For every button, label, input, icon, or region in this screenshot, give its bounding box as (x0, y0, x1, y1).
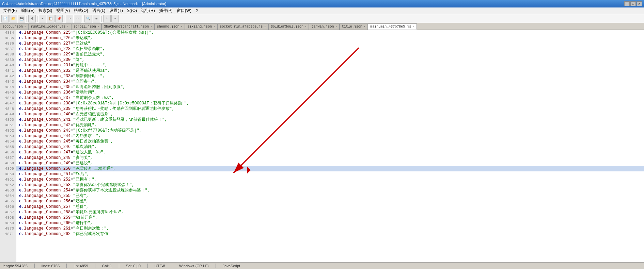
tab-SoldierSoul-json[interactable]: SoldierSoul.json× (268, 23, 309, 30)
undo-button[interactable]: ↩ (66, 15, 73, 22)
toolbar-sep-4 (83, 16, 83, 22)
tab-runtime-loader-js[interactable]: runtime_loader.js× (28, 23, 71, 30)
status-sel: Sel: 0 | 0 (126, 264, 141, 268)
code-line-4848: e.language_Common_239 = "您将获得以下奖励，奖励在回到原… (16, 106, 644, 112)
code-line-4838: e.language_Common_229 = "当前已达最大", (16, 52, 644, 57)
line-number-4859: 4859 (2, 166, 14, 171)
replace-button[interactable]: ⇄ (93, 15, 100, 22)
code-line-4852: e.language_Common_243 = "|C:0xff7700&T:内… (16, 128, 644, 133)
line-number-4863: 4863 (2, 188, 14, 193)
code-line-4836: e.language_Common_227 = "已达成", (16, 41, 644, 46)
tab-close-icon[interactable]: × (67, 25, 68, 29)
tab-shenmo-json[interactable]: shenmo.json× (155, 23, 185, 30)
menu-item-O[interactable]: 宏(O) (125, 7, 139, 14)
paste-button[interactable]: 📌 (55, 15, 63, 22)
code-line-4847: e.language_Common_238 = "|C:0x28ee01&T:%… (16, 101, 644, 106)
tab-tanwan-json[interactable]: tanwan.json× (309, 23, 339, 30)
code-line-4869: e.language_Common_260 = "进行中", (16, 220, 644, 226)
tab-close-icon[interactable]: × (364, 25, 365, 29)
menu-item-V[interactable]: 视图(V) (54, 7, 72, 14)
menu-item-S[interactable]: 搜索(S) (36, 7, 54, 14)
tab-close-icon[interactable]: × (335, 25, 337, 29)
line-number-4842: 4842 (2, 73, 14, 79)
tab-close-icon[interactable]: × (97, 25, 99, 29)
code-line-4860: e.language_Common_251 = "%s后", (16, 171, 644, 177)
minimize-button[interactable]: ─ (624, 1, 630, 6)
close-button[interactable]: ✕ (637, 1, 642, 6)
tab-socket-min-afab9be-js[interactable]: socket.min_afab9be.js× (218, 23, 268, 30)
line-number-4869: 4869 (2, 220, 14, 226)
code-line-4834: e.language_Common_225 = "|C:0x1EC605&T:(… (16, 30, 644, 35)
line-number-4864: 4864 (2, 193, 14, 199)
save-button[interactable]: 💾 (18, 15, 25, 22)
status-bar: length: 594285 lines: 6765 Ln: 4859 Col:… (0, 262, 644, 269)
menu-item-E[interactable]: 编辑(E) (19, 7, 36, 14)
code-line-4839: e.language_Common_230 = "阶", (16, 57, 644, 63)
line-number-4856: 4856 (2, 150, 14, 155)
tab-close-icon[interactable]: × (213, 25, 215, 29)
menu-item-R[interactable]: 运行(R) (139, 7, 157, 14)
tab-close-icon[interactable]: × (24, 25, 26, 29)
status-sep-6 (172, 264, 172, 268)
menu-item-[interactable]: ? (193, 8, 200, 14)
code-content[interactable]: e.language_Common_225 = "|C:0x1EC605&T:(… (16, 30, 644, 262)
tab-bar: sogou.json×runtime_loader.js×scroll.json… (0, 23, 644, 30)
menu-item-T[interactable]: 设置(T) (107, 7, 125, 14)
line-number-4855: 4855 (2, 144, 14, 150)
toolbar: 📄 📂 💾 🖨 ✂ 📋 📌 ↩ ↪ 🔍 ⇄ + - (0, 14, 644, 23)
find-button[interactable]: 🔍 (84, 15, 92, 22)
cut-button[interactable]: ✂ (39, 15, 46, 22)
line-number-4853: 4853 (2, 133, 14, 139)
code-line-4842: e.language_Common_233 = "刷新倒计时：", (16, 73, 644, 79)
code-line-4866: e.language_Common_257 = "总价", (16, 204, 644, 209)
line-number-4858: 4858 (2, 161, 14, 166)
line-number-4839: 4839 (2, 57, 14, 63)
status-sep-5 (147, 264, 148, 268)
line-number-4845: 4845 (2, 90, 14, 95)
new-button[interactable]: 📄 (1, 15, 9, 22)
tab-close-icon[interactable]: × (181, 25, 183, 29)
code-line-4871: e.language_Common_262 = "你已完成再次存值" (16, 231, 644, 237)
tab-sixiang-json[interactable]: sixiang.json× (185, 23, 217, 30)
code-line-4855: e.language_Common_246 = "单次消耗", (16, 144, 644, 150)
tab-scroll-json[interactable]: scroll.json× (71, 23, 101, 30)
line-number-4867: 4867 (2, 209, 14, 215)
line-number-4838: 4838 (2, 52, 14, 57)
line-number-4841: 4841 (2, 68, 14, 73)
tab-close-icon[interactable]: × (264, 25, 266, 29)
tab-ShaChengStarcraft-json[interactable]: ShaChengStarcraft.json× (101, 23, 154, 30)
menu-item-F[interactable]: 文件(F) (1, 7, 19, 14)
redo-button[interactable]: ↪ (74, 15, 81, 22)
restore-button[interactable]: □ (630, 1, 636, 6)
tab-title-json[interactable]: title.json× (340, 23, 368, 30)
code-line-4861: e.language_Common_252 = "已拥有：", (16, 177, 644, 182)
zoom-in-button[interactable]: + (103, 15, 111, 22)
line-number-4866: 4866 (2, 204, 14, 209)
line-number-4848: 4848 (2, 106, 14, 112)
line-number-4854: 4854 (2, 139, 14, 144)
toolbar-sep-2 (37, 16, 37, 22)
status-ln: Ln: 4859 (74, 264, 88, 268)
open-button[interactable]: 📂 (10, 15, 17, 22)
zoom-out-button[interactable]: - (111, 15, 119, 22)
status-lines: lines: 6765 (42, 264, 60, 268)
code-line-4856: e.language_Common_247 = "逃脱人数：%s", (16, 150, 644, 155)
copy-button[interactable]: 📋 (47, 15, 54, 22)
tab-close-icon[interactable]: × (412, 25, 414, 28)
tab-close-icon[interactable]: × (150, 25, 152, 29)
menu-item-O[interactable]: 格式(O) (72, 7, 90, 14)
menu-item-P[interactable]: 插件(P) (157, 7, 175, 14)
line-number-4846: 4846 (2, 95, 14, 101)
code-line-4865: e.language_Common_256 = "还差", (16, 199, 644, 204)
code-line-4837: e.language_Common_228 = "次日登录领取", (16, 46, 644, 52)
tab-sogou-json[interactable]: sogou.json× (0, 23, 28, 30)
code-line-4841: e.language_Common_232 = "是否确认使用%s", (16, 68, 644, 73)
menu-item-L[interactable]: 语言(L) (90, 7, 108, 14)
line-number-4843: 4843 (2, 79, 14, 84)
code-line-4863: e.language_Common_254 = "恭喜你获得了本次逃脱试炼的参与… (16, 188, 644, 193)
menu-item-W[interactable]: 窗口(W) (175, 7, 193, 14)
tab-close-icon[interactable]: × (305, 25, 307, 29)
print-button[interactable]: 🖨 (28, 15, 36, 22)
status-sep-1 (34, 264, 35, 268)
tab-main-min-437b78e5-js[interactable]: main.min_437b78e5.js× (368, 23, 417, 30)
